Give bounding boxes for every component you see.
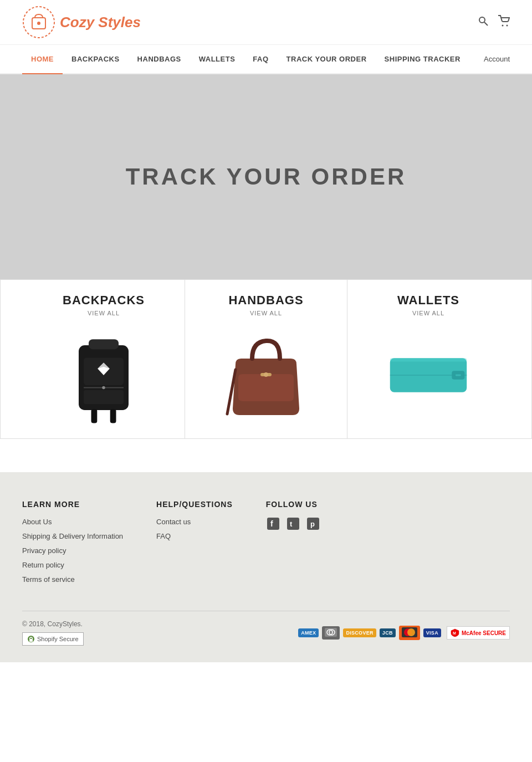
hero-banner: TRACK YOUR ORDER — [0, 74, 532, 279]
faq-link[interactable]: FAQ — [156, 532, 171, 540]
nav-item-track-order[interactable]: TRACK YOUR ORDER — [278, 45, 376, 74]
footer-bottom-right: AMEX DISCOVER JCB — [298, 626, 510, 640]
svg-rect-25 — [267, 518, 279, 530]
list-item: FAQ — [156, 531, 233, 541]
help-heading: HELP/QUESTIONS — [156, 500, 233, 509]
handbags-view-all[interactable]: VIEW ALL — [250, 310, 282, 316]
footer-bottom-left: © 2018, CozyStyles. Shopify Secure — [22, 620, 84, 646]
hero-text: TRACK YOUR ORDER — [126, 163, 407, 190]
svg-rect-32 — [29, 639, 33, 642]
header-icons — [478, 15, 510, 30]
wallet-svg — [384, 347, 473, 403]
nav-item-home[interactable]: HOME — [22, 45, 63, 74]
mcafee-icon: M — [451, 628, 459, 637]
svg-text:p: p — [310, 520, 315, 528]
backpacks-view-all[interactable]: VIEW ALL — [88, 310, 120, 316]
svg-text:f: f — [270, 519, 273, 528]
logo-area[interactable]: Cozy Styles — [22, 6, 141, 39]
amex-badge: AMEX — [298, 628, 319, 637]
privacy-policy-link[interactable]: Privacy policy — [22, 546, 66, 555]
nav-account[interactable]: Account — [484, 55, 510, 63]
footer-columns: LEARN MORE About Us Shipping & Delivery … — [22, 500, 510, 589]
footer: LEARN MORE About Us Shipping & Delivery … — [0, 472, 532, 662]
svg-rect-8 — [89, 339, 119, 349]
shipping-delivery-link[interactable]: Shipping & Delivery Information — [22, 532, 123, 540]
list-item: Privacy policy — [22, 545, 123, 555]
main-nav: HOME BACKPACKS HANDBAGS WALLETS FAQ TRAC… — [0, 45, 532, 74]
list-item: Contact us — [156, 516, 233, 526]
svg-text:t: t — [290, 520, 293, 528]
terms-of-service-link[interactable]: Terms of service — [22, 575, 75, 584]
product-section-wallets: WALLETS VIEW ALL — [347, 280, 509, 438]
learn-more-heading: LEARN MORE — [22, 500, 123, 509]
svg-text:M: M — [453, 631, 456, 635]
backpacks-title: BACKPACKS — [63, 293, 145, 308]
handbags-title: HANDBAGS — [228, 293, 303, 308]
wallets-view-all[interactable]: VIEW ALL — [412, 310, 444, 316]
footer-follow: FOLLOW US f t p — [266, 500, 320, 589]
list-item: Terms of service — [22, 574, 123, 584]
return-policy-link[interactable]: Return policy — [22, 561, 64, 569]
help-links: Contact us FAQ — [156, 516, 233, 541]
handbag-svg — [222, 325, 310, 425]
cart-button[interactable] — [498, 15, 510, 30]
facebook-icon[interactable]: f — [266, 516, 280, 531]
footer-help: HELP/QUESTIONS Contact us FAQ — [156, 500, 233, 589]
copyright: © 2018, CozyStyles. — [22, 620, 84, 628]
wallet-image — [378, 325, 478, 425]
svg-rect-15 — [91, 409, 98, 423]
footer-bottom: © 2018, CozyStyles. Shopify Secure AMEX — [22, 611, 510, 646]
backpack-svg — [59, 325, 148, 425]
mastercard-badge — [399, 626, 420, 640]
svg-point-3 — [479, 17, 485, 23]
svg-point-6 — [507, 24, 508, 26]
list-item: About Us — [22, 516, 123, 526]
jcb-badge: JCB — [380, 628, 396, 637]
backpack-image — [54, 325, 154, 425]
nav-item-handbags[interactable]: HANDBAGS — [129, 45, 190, 74]
mcafee-text: McAfee SECURE — [462, 630, 506, 636]
discover-badge: DISCOVER — [343, 628, 376, 637]
cart-icon — [498, 15, 510, 27]
svg-rect-10 — [84, 390, 124, 404]
shopify-lock-icon — [27, 635, 35, 643]
product-section-handbags: HANDBAGS VIEW ALL — [185, 280, 347, 438]
svg-point-18 — [264, 372, 268, 377]
diners-badge — [322, 626, 340, 640]
follow-heading: FOLLOW US — [266, 500, 320, 509]
nav-item-wallets[interactable]: WALLETS — [190, 45, 244, 74]
nav-item-faq[interactable]: FAQ — [244, 45, 277, 74]
header: Cozy Styles — [0, 0, 532, 45]
shopify-badge: Shopify Secure — [22, 632, 84, 646]
shopify-text: Shopify Secure — [37, 636, 79, 642]
svg-rect-24 — [390, 358, 467, 361]
social-icons: f t p — [266, 516, 320, 531]
visa-badge: VISA — [423, 628, 441, 637]
search-button[interactable] — [478, 16, 489, 29]
mcafee-badge: M McAfee SECURE — [447, 626, 510, 640]
about-us-link[interactable]: About Us — [22, 518, 52, 526]
product-section-backpacks: BACKPACKS VIEW ALL — [23, 280, 185, 438]
svg-point-38 — [407, 628, 415, 636]
svg-point-2 — [37, 22, 40, 25]
svg-rect-27 — [287, 518, 299, 530]
svg-point-5 — [502, 24, 504, 26]
svg-point-14 — [102, 386, 105, 389]
list-item: Shipping & Delivery Information — [22, 531, 123, 541]
nav-item-shipping-tracker[interactable]: SHIPPING TRACKER — [376, 45, 469, 74]
footer-learn-more: LEARN MORE About Us Shipping & Delivery … — [22, 500, 123, 589]
wallets-title: WALLETS — [397, 293, 459, 308]
pinterest-icon[interactable]: p — [306, 516, 320, 531]
twitter-icon[interactable]: t — [286, 516, 300, 531]
svg-rect-16 — [110, 409, 116, 423]
product-sections: BACKPACKS VIEW ALL HANDBAGS — [0, 279, 532, 439]
logo-icon — [22, 6, 55, 39]
search-icon — [478, 16, 489, 27]
list-item: Return policy — [22, 560, 123, 570]
payment-icons: AMEX DISCOVER JCB — [298, 626, 441, 640]
nav-item-backpacks[interactable]: BACKPACKS — [63, 45, 129, 74]
contact-us-link[interactable]: Contact us — [156, 518, 191, 526]
handbag-image — [216, 325, 316, 425]
brand-name: Cozy Styles — [60, 14, 141, 31]
svg-line-4 — [484, 22, 488, 25]
